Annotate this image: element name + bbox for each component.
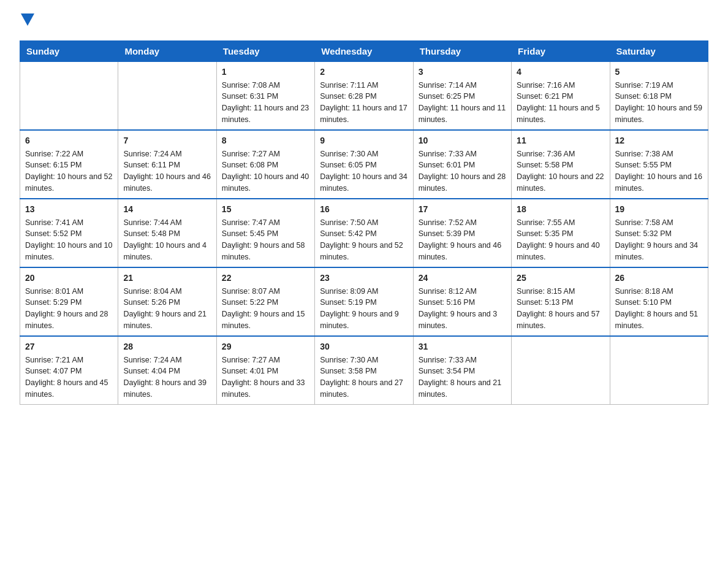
calendar-cell: 11Sunrise: 7:36 AMSunset: 5:58 PMDayligh… (512, 130, 610, 199)
day-number: 15 (222, 203, 309, 216)
sunrise-text: Sunrise: 7:36 AM (517, 150, 575, 158)
daylight-text: Daylight: 9 hours and 3 minutes. (419, 310, 498, 330)
calendar-cell: 2Sunrise: 7:11 AMSunset: 6:28 PMDaylight… (315, 61, 413, 130)
calendar-cell: 10Sunrise: 7:33 AMSunset: 6:01 PMDayligh… (413, 130, 511, 199)
day-number: 3 (419, 66, 506, 79)
daylight-text: Daylight: 9 hours and 46 minutes. (419, 241, 502, 261)
logo (20, 15, 34, 29)
sunset-text: Sunset: 6:08 PM (222, 161, 278, 169)
sunset-text: Sunset: 5:48 PM (123, 229, 180, 238)
calendar-cell (610, 336, 708, 405)
daylight-text: Daylight: 8 hours and 21 minutes. (419, 378, 502, 399)
daylight-text: Daylight: 11 hours and 11 minutes. (419, 104, 506, 124)
sunrise-text: Sunrise: 8:07 AM (222, 287, 280, 296)
calendar-cell: 15Sunrise: 7:47 AMSunset: 5:45 PMDayligh… (216, 199, 314, 267)
daylight-text: Daylight: 10 hours and 10 minutes. (25, 241, 112, 261)
sunset-text: Sunset: 6:31 PM (222, 92, 278, 101)
sunrise-text: Sunrise: 8:12 AM (419, 287, 477, 296)
sunrise-text: Sunrise: 7:19 AM (615, 81, 673, 90)
sunset-text: Sunset: 5:42 PM (320, 229, 376, 238)
daylight-text: Daylight: 9 hours and 52 minutes. (320, 241, 403, 261)
daylight-text: Daylight: 11 hours and 23 minutes. (222, 104, 309, 124)
sunset-text: Sunset: 6:15 PM (25, 161, 82, 169)
sunrise-text: Sunrise: 7:27 AM (222, 356, 280, 364)
calendar-cell: 23Sunrise: 8:09 AMSunset: 5:19 PMDayligh… (315, 267, 413, 336)
sunset-text: Sunset: 6:05 PM (320, 161, 376, 169)
calendar-week-row: 27Sunrise: 7:21 AMSunset: 4:07 PMDayligh… (20, 336, 708, 405)
calendar-cell: 17Sunrise: 7:52 AMSunset: 5:39 PMDayligh… (413, 199, 511, 267)
sunset-text: Sunset: 4:01 PM (222, 367, 278, 375)
calendar-cell: 4Sunrise: 7:16 AMSunset: 6:21 PMDaylight… (512, 61, 610, 130)
sunset-text: Sunset: 5:35 PM (517, 229, 573, 238)
day-number: 23 (320, 272, 408, 285)
sunset-text: Sunset: 6:21 PM (517, 92, 573, 101)
sunset-text: Sunset: 5:58 PM (517, 161, 573, 169)
day-number: 2 (320, 66, 408, 79)
daylight-text: Daylight: 10 hours and 46 minutes. (123, 172, 210, 193)
sunset-text: Sunset: 5:55 PM (615, 161, 672, 169)
sunrise-text: Sunrise: 7:27 AM (222, 150, 280, 158)
day-number: 13 (25, 203, 113, 216)
day-number: 17 (419, 203, 506, 216)
calendar-cell: 27Sunrise: 7:21 AMSunset: 4:07 PMDayligh… (20, 336, 118, 405)
daylight-text: Daylight: 10 hours and 22 minutes. (517, 172, 604, 193)
day-number: 29 (222, 340, 309, 353)
sunrise-text: Sunrise: 8:15 AM (517, 287, 575, 296)
sunset-text: Sunset: 6:01 PM (419, 161, 475, 169)
calendar-cell (20, 61, 118, 130)
daylight-text: Daylight: 10 hours and 40 minutes. (222, 172, 309, 193)
calendar-table: SundayMondayTuesdayWednesdayThursdayFrid… (20, 40, 708, 405)
day-number: 31 (419, 340, 506, 353)
day-number: 14 (123, 203, 211, 216)
day-number: 6 (25, 134, 113, 147)
calendar-cell: 12Sunrise: 7:38 AMSunset: 5:55 PMDayligh… (610, 130, 708, 199)
svg-marker-0 (21, 13, 34, 26)
calendar-cell: 9Sunrise: 7:30 AMSunset: 6:05 PMDaylight… (315, 130, 413, 199)
daylight-text: Daylight: 11 hours and 5 minutes. (517, 104, 600, 124)
sunrise-text: Sunrise: 7:24 AM (123, 150, 181, 158)
sunrise-text: Sunrise: 7:30 AM (320, 150, 378, 158)
daylight-text: Daylight: 9 hours and 34 minutes. (615, 241, 699, 261)
daylight-text: Daylight: 8 hours and 27 minutes. (320, 378, 403, 399)
day-number: 10 (419, 134, 506, 147)
sunset-text: Sunset: 6:18 PM (615, 92, 672, 101)
weekday-header-thursday: Thursday (413, 40, 511, 61)
sunrise-text: Sunrise: 7:33 AM (419, 150, 477, 158)
sunrise-text: Sunrise: 7:08 AM (222, 81, 280, 90)
sunrise-text: Sunrise: 7:33 AM (419, 356, 477, 364)
daylight-text: Daylight: 10 hours and 4 minutes. (123, 241, 207, 261)
calendar-cell: 22Sunrise: 8:07 AMSunset: 5:22 PMDayligh… (216, 267, 314, 336)
sunrise-text: Sunrise: 7:41 AM (25, 218, 83, 227)
calendar-cell (512, 336, 610, 405)
sunset-text: Sunset: 5:26 PM (123, 298, 180, 307)
sunset-text: Sunset: 5:32 PM (615, 229, 672, 238)
calendar-cell (118, 61, 216, 130)
day-number: 28 (123, 340, 211, 353)
day-number: 1 (222, 66, 309, 79)
sunset-text: Sunset: 3:58 PM (320, 367, 376, 375)
calendar-cell: 28Sunrise: 7:24 AMSunset: 4:04 PMDayligh… (118, 336, 216, 405)
sunrise-text: Sunrise: 8:09 AM (320, 287, 378, 296)
sunrise-text: Sunrise: 8:18 AM (615, 287, 673, 296)
weekday-header-wednesday: Wednesday (315, 40, 413, 61)
daylight-text: Daylight: 10 hours and 52 minutes. (25, 172, 112, 193)
sunrise-text: Sunrise: 7:14 AM (419, 81, 477, 90)
weekday-header-monday: Monday (118, 40, 216, 61)
daylight-text: Daylight: 10 hours and 16 minutes. (615, 172, 702, 193)
calendar-cell: 5Sunrise: 7:19 AMSunset: 6:18 PMDaylight… (610, 61, 708, 130)
sunrise-text: Sunrise: 7:55 AM (517, 218, 575, 227)
day-number: 19 (615, 203, 703, 216)
weekday-header-row: SundayMondayTuesdayWednesdayThursdayFrid… (20, 40, 708, 61)
daylight-text: Daylight: 9 hours and 28 minutes. (25, 310, 108, 330)
sunset-text: Sunset: 5:29 PM (25, 298, 82, 307)
calendar-week-row: 6Sunrise: 7:22 AMSunset: 6:15 PMDaylight… (20, 130, 708, 199)
sunrise-text: Sunrise: 7:47 AM (222, 218, 280, 227)
daylight-text: Daylight: 10 hours and 28 minutes. (419, 172, 506, 193)
day-number: 26 (615, 272, 703, 285)
day-number: 30 (320, 340, 408, 353)
day-number: 5 (615, 66, 703, 79)
sunset-text: Sunset: 5:22 PM (222, 298, 278, 307)
daylight-text: Daylight: 8 hours and 45 minutes. (25, 378, 108, 399)
day-number: 18 (517, 203, 604, 216)
day-number: 12 (615, 134, 703, 147)
